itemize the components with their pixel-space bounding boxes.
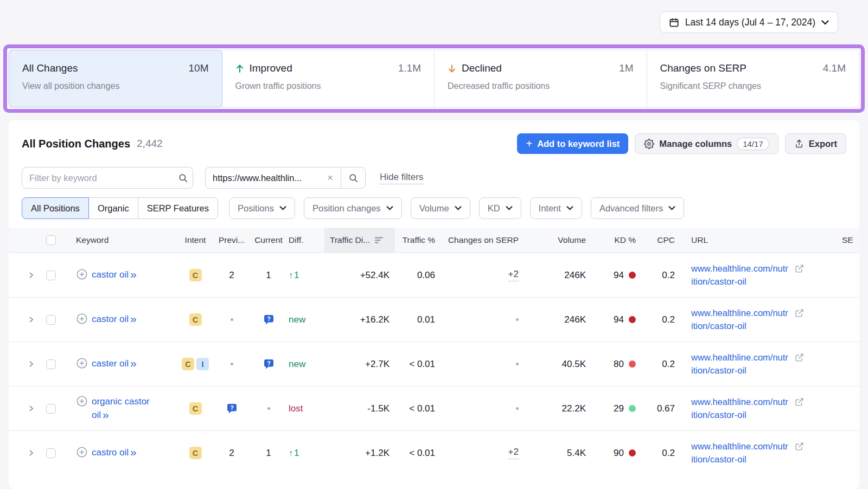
column-url[interactable]: URL	[678, 228, 814, 253]
filter-dropdown-kd[interactable]: KD	[479, 197, 521, 219]
filter-dropdown-intent[interactable]: Intent	[530, 197, 582, 219]
column-diff[interactable]: Diff.	[289, 228, 324, 253]
traffic-pct-value: 0.06	[417, 270, 435, 281]
external-link-icon[interactable]	[795, 308, 804, 318]
expand-row-button[interactable]	[22, 404, 40, 413]
search-icon[interactable]	[178, 173, 188, 183]
external-link-icon[interactable]	[795, 397, 804, 407]
add-keyword-icon[interactable]	[76, 357, 88, 369]
filter-dropdown-positions[interactable]: Positions	[229, 197, 295, 219]
url-search-button[interactable]	[341, 167, 366, 189]
hide-filters-link[interactable]: Hide filters	[380, 172, 423, 184]
keyword-filter-box	[22, 167, 193, 189]
url-link[interactable]: www.healthline.com/nutrition/castor-oil	[691, 262, 790, 288]
row-checkbox[interactable]	[46, 271, 56, 280]
column-cpc[interactable]: CPC	[639, 228, 678, 253]
column-se[interactable]: SE	[814, 228, 846, 253]
url-link[interactable]: www.healthline.com/nutrition/castor-oil	[691, 396, 790, 422]
keyword-filter-input[interactable]	[29, 173, 178, 183]
tab-all-changes[interactable]: All Changes 10M View all position change…	[9, 50, 222, 107]
kd-indicator-dot	[629, 405, 636, 412]
keyword-link[interactable]: castor oil»	[92, 313, 137, 326]
column-keyword[interactable]: Keyword	[62, 228, 176, 253]
segment-serp-features[interactable]: SERP Features	[138, 197, 218, 219]
keyword-link[interactable]: caster oil»	[92, 357, 137, 371]
tab-changes-on-serp[interactable]: Changes on SERP 4.1M Significant SERP ch…	[647, 50, 859, 107]
keyword-link[interactable]: castor oil»	[92, 268, 137, 282]
serp-feature-question-icon: ?	[263, 314, 275, 325]
position-diff-up: ↑1	[289, 448, 299, 459]
volume-value: 246K	[564, 270, 586, 281]
filter-dropdown-volume[interactable]: Volume	[411, 197, 470, 219]
chevron-right-icon	[28, 271, 35, 279]
column-traffic-pct[interactable]: Traffic %	[395, 228, 439, 253]
chevron-down-icon	[821, 20, 829, 25]
volume-value: 22.2K	[562, 403, 586, 414]
column-changes-on-serp[interactable]: Changes on SERP	[439, 228, 532, 253]
intent-badge-c: C	[189, 447, 202, 459]
external-link-icon[interactable]	[795, 264, 804, 273]
filter-dropdown-position-changes[interactable]: Position changes	[304, 197, 402, 219]
tab-title: Improved	[250, 62, 292, 74]
columns-count-badge: 14/17	[737, 138, 769, 150]
expand-row-button[interactable]	[22, 360, 40, 368]
double-chevron-icon[interactable]: »	[130, 357, 137, 369]
expand-row-button[interactable]	[22, 316, 40, 324]
expand-row-button[interactable]	[22, 449, 40, 457]
serp-changes-link[interactable]: +2	[508, 447, 519, 459]
url-link[interactable]: www.healthline.com/nutrition/castor-oil	[691, 307, 790, 333]
manage-columns-button[interactable]: Manage columns 14/17	[635, 133, 778, 154]
keyword-link[interactable]: organic castor oil»	[92, 395, 156, 422]
external-link-icon[interactable]	[795, 442, 804, 451]
double-chevron-icon[interactable]: »	[130, 446, 137, 458]
column-intent[interactable]: Intent	[176, 228, 215, 253]
row-checkbox[interactable]	[46, 448, 56, 458]
add-keyword-icon[interactable]	[76, 446, 88, 458]
url-link[interactable]: www.healthline.com/nutrition/castor-oil	[691, 440, 790, 466]
tab-title: All Changes	[22, 62, 78, 74]
kd-value: 29	[614, 403, 624, 414]
position-diff-new: new	[289, 359, 305, 370]
segment-organic[interactable]: Organic	[88, 197, 138, 219]
serp-changes-link[interactable]: +2	[508, 269, 519, 281]
none-dot	[516, 407, 519, 410]
export-button[interactable]: Export	[785, 133, 846, 154]
add-keyword-icon[interactable]	[76, 395, 88, 407]
column-kd[interactable]: KD %	[591, 228, 639, 253]
row-checkbox[interactable]	[46, 315, 56, 325]
keyword-link[interactable]: castro oil»	[92, 446, 137, 460]
url-filter-value[interactable]: https://www.healthlin...	[213, 173, 325, 183]
traffic-pct-value: < 0.01	[409, 403, 435, 414]
external-link-icon[interactable]	[795, 353, 804, 362]
calendar-icon	[669, 17, 679, 28]
expand-row-button[interactable]	[22, 271, 40, 279]
url-link[interactable]: www.healthline.com/nutrition/castor-oil	[691, 351, 790, 377]
select-all-checkbox[interactable]	[46, 235, 56, 245]
row-checkbox[interactable]	[46, 404, 56, 414]
column-volume[interactable]: Volume	[532, 228, 591, 253]
tab-improved[interactable]: Improved 1.1M Grown traffic positions	[222, 50, 435, 107]
position-diff-up: ↑1	[289, 270, 299, 281]
none-dot	[516, 363, 519, 365]
column-previous[interactable]: Previ...	[215, 228, 248, 253]
none-dot	[267, 407, 270, 410]
intent-badge-c: C	[189, 402, 202, 415]
filter-dropdown-advanced-filters[interactable]: Advanced filters	[591, 197, 684, 219]
cpc-value: 0.2	[662, 270, 675, 281]
row-checkbox[interactable]	[46, 359, 56, 369]
add-keyword-icon[interactable]	[76, 268, 88, 280]
double-chevron-icon[interactable]: »	[130, 268, 137, 280]
filter-dropdown-label: Advanced filters	[599, 203, 663, 214]
clear-icon[interactable]: ×	[325, 172, 335, 184]
add-to-keyword-list-button[interactable]: + Add to keyword list	[517, 133, 628, 154]
svg-text:?: ?	[267, 316, 271, 322]
filter-dropdown-label: Position changes	[312, 203, 381, 214]
column-current[interactable]: Current	[248, 228, 289, 253]
double-chevron-icon[interactable]: »	[130, 312, 137, 325]
add-keyword-icon[interactable]	[76, 313, 88, 325]
date-range-selector[interactable]: Last 14 days (Jul 4 – 17, 2024)	[660, 11, 838, 33]
double-chevron-icon[interactable]: »	[103, 408, 109, 421]
segment-all-positions[interactable]: All Positions	[22, 197, 89, 219]
column-traffic-diff[interactable]: Traffic Di...	[324, 228, 395, 253]
tab-declined[interactable]: Declined 1M Decreased traffic positions	[434, 50, 647, 107]
